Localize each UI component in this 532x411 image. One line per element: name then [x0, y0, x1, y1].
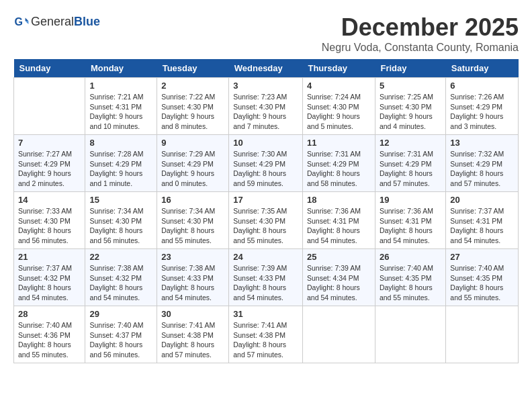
calendar-cell: 27Sunrise: 7:40 AMSunset: 4:35 PMDayligh…: [446, 249, 519, 306]
day-number: 25: [307, 252, 371, 262]
logo: G GeneralBlue: [13, 13, 100, 30]
calendar-week-row: 21Sunrise: 7:37 AMSunset: 4:32 PMDayligh…: [14, 249, 519, 306]
day-info: Sunrise: 7:40 AMSunset: 4:36 PMDaylight:…: [18, 320, 81, 360]
day-info: Sunrise: 7:41 AMSunset: 4:38 PMDaylight:…: [233, 320, 298, 360]
calendar-cell: [375, 306, 445, 363]
day-number: 8: [89, 138, 152, 148]
day-info: Sunrise: 7:31 AMSunset: 4:29 PMDaylight:…: [307, 149, 371, 189]
day-number: 7: [18, 138, 81, 148]
day-number: 15: [89, 195, 152, 205]
day-number: 19: [380, 195, 441, 205]
day-number: 30: [161, 309, 224, 319]
day-number: 22: [89, 252, 152, 262]
day-info: Sunrise: 7:26 AMSunset: 4:29 PMDaylight:…: [450, 92, 514, 132]
day-info: Sunrise: 7:34 AMSunset: 4:30 PMDaylight:…: [89, 206, 152, 246]
day-number: 11: [307, 138, 371, 148]
calendar-cell: 17Sunrise: 7:35 AMSunset: 4:30 PMDayligh…: [229, 192, 303, 249]
day-number: 3: [233, 81, 298, 91]
day-info: Sunrise: 7:27 AMSunset: 4:29 PMDaylight:…: [18, 149, 81, 189]
day-number: 2: [161, 81, 224, 91]
calendar-cell: 2Sunrise: 7:22 AMSunset: 4:30 PMDaylight…: [157, 78, 229, 135]
day-info: Sunrise: 7:35 AMSunset: 4:30 PMDaylight:…: [233, 206, 298, 246]
day-number: 12: [380, 138, 441, 148]
day-info: Sunrise: 7:21 AMSunset: 4:31 PMDaylight:…: [89, 92, 152, 132]
day-info: Sunrise: 7:23 AMSunset: 4:30 PMDaylight:…: [233, 92, 298, 132]
day-number: 5: [380, 81, 441, 91]
header-row: SundayMondayTuesdayWednesdayThursdayFrid…: [14, 59, 519, 78]
calendar-cell: 7Sunrise: 7:27 AMSunset: 4:29 PMDaylight…: [14, 135, 85, 192]
calendar-week-row: 14Sunrise: 7:33 AMSunset: 4:30 PMDayligh…: [14, 192, 519, 249]
calendar-cell: [446, 306, 519, 363]
day-number: 14: [18, 195, 81, 205]
day-info: Sunrise: 7:36 AMSunset: 4:31 PMDaylight:…: [380, 206, 441, 246]
column-header-thursday: Thursday: [302, 59, 375, 78]
day-number: 23: [161, 252, 224, 262]
calendar-cell: 21Sunrise: 7:37 AMSunset: 4:32 PMDayligh…: [14, 249, 85, 306]
svg-text:G: G: [15, 16, 23, 28]
calendar-cell: 5Sunrise: 7:25 AMSunset: 4:30 PMDaylight…: [375, 78, 445, 135]
calendar-cell: 6Sunrise: 7:26 AMSunset: 4:29 PMDaylight…: [446, 78, 519, 135]
calendar-cell: 4Sunrise: 7:24 AMSunset: 4:30 PMDaylight…: [302, 78, 375, 135]
day-info: Sunrise: 7:24 AMSunset: 4:30 PMDaylight:…: [307, 92, 371, 132]
day-info: Sunrise: 7:28 AMSunset: 4:29 PMDaylight:…: [89, 149, 152, 189]
day-number: 16: [161, 195, 224, 205]
day-number: 4: [307, 81, 371, 91]
column-header-sunday: Sunday: [14, 59, 85, 78]
day-number: 29: [89, 309, 152, 319]
calendar-cell: 18Sunrise: 7:36 AMSunset: 4:31 PMDayligh…: [302, 192, 375, 249]
day-info: Sunrise: 7:41 AMSunset: 4:38 PMDaylight:…: [161, 320, 224, 360]
day-info: Sunrise: 7:32 AMSunset: 4:29 PMDaylight:…: [450, 149, 514, 189]
calendar-cell: 16Sunrise: 7:34 AMSunset: 4:30 PMDayligh…: [157, 192, 229, 249]
calendar-cell: 15Sunrise: 7:34 AMSunset: 4:30 PMDayligh…: [85, 192, 157, 249]
day-info: Sunrise: 7:22 AMSunset: 4:30 PMDaylight:…: [161, 92, 224, 132]
column-header-wednesday: Wednesday: [229, 59, 303, 78]
calendar-cell: 25Sunrise: 7:39 AMSunset: 4:34 PMDayligh…: [302, 249, 375, 306]
day-number: 10: [233, 138, 298, 148]
calendar-cell: 12Sunrise: 7:31 AMSunset: 4:29 PMDayligh…: [375, 135, 445, 192]
day-info: Sunrise: 7:40 AMSunset: 4:37 PMDaylight:…: [89, 320, 152, 360]
day-info: Sunrise: 7:38 AMSunset: 4:33 PMDaylight:…: [161, 263, 224, 303]
logo-blue-text: Blue: [74, 15, 100, 28]
calendar-cell: 30Sunrise: 7:41 AMSunset: 4:38 PMDayligh…: [157, 306, 229, 363]
calendar-week-row: 28Sunrise: 7:40 AMSunset: 4:36 PMDayligh…: [14, 306, 519, 363]
calendar-cell: 1Sunrise: 7:21 AMSunset: 4:31 PMDaylight…: [85, 78, 157, 135]
calendar-cell: 26Sunrise: 7:40 AMSunset: 4:35 PMDayligh…: [375, 249, 445, 306]
calendar-cell: 23Sunrise: 7:38 AMSunset: 4:33 PMDayligh…: [157, 249, 229, 306]
title-block: December 2025 Negru Voda, Constanta Coun…: [322, 13, 519, 54]
day-info: Sunrise: 7:39 AMSunset: 4:33 PMDaylight:…: [233, 263, 298, 303]
day-number: 28: [18, 309, 81, 319]
logo-general-text: General: [31, 15, 74, 28]
day-info: Sunrise: 7:37 AMSunset: 4:31 PMDaylight:…: [450, 206, 514, 246]
day-info: Sunrise: 7:34 AMSunset: 4:30 PMDaylight:…: [161, 206, 224, 246]
day-info: Sunrise: 7:33 AMSunset: 4:30 PMDaylight:…: [18, 206, 81, 246]
column-header-friday: Friday: [375, 59, 445, 78]
calendar-cell: 20Sunrise: 7:37 AMSunset: 4:31 PMDayligh…: [446, 192, 519, 249]
calendar-week-row: 7Sunrise: 7:27 AMSunset: 4:29 PMDaylight…: [14, 135, 519, 192]
day-number: 20: [450, 195, 514, 205]
day-number: 1: [89, 81, 152, 91]
calendar-cell: 29Sunrise: 7:40 AMSunset: 4:37 PMDayligh…: [85, 306, 157, 363]
day-number: 27: [450, 252, 514, 262]
calendar-cell: 24Sunrise: 7:39 AMSunset: 4:33 PMDayligh…: [229, 249, 303, 306]
day-number: 6: [450, 81, 514, 91]
calendar-cell: 31Sunrise: 7:41 AMSunset: 4:38 PMDayligh…: [229, 306, 303, 363]
day-number: 31: [233, 309, 298, 319]
logo-icon: G: [13, 13, 30, 30]
day-number: 13: [450, 138, 514, 148]
calendar-cell: 28Sunrise: 7:40 AMSunset: 4:36 PMDayligh…: [14, 306, 85, 363]
column-header-tuesday: Tuesday: [157, 59, 229, 78]
calendar-cell: 19Sunrise: 7:36 AMSunset: 4:31 PMDayligh…: [375, 192, 445, 249]
column-header-saturday: Saturday: [446, 59, 519, 78]
day-info: Sunrise: 7:38 AMSunset: 4:32 PMDaylight:…: [89, 263, 152, 303]
calendar-cell: 13Sunrise: 7:32 AMSunset: 4:29 PMDayligh…: [446, 135, 519, 192]
column-header-monday: Monday: [85, 59, 157, 78]
svg-marker-1: [26, 17, 29, 21]
calendar-cell: 9Sunrise: 7:29 AMSunset: 4:29 PMDaylight…: [157, 135, 229, 192]
calendar-week-row: 1Sunrise: 7:21 AMSunset: 4:31 PMDaylight…: [14, 78, 519, 135]
calendar-table: SundayMondayTuesdayWednesdayThursdayFrid…: [13, 59, 519, 363]
page-header: G GeneralBlue December 2025 Negru Voda, …: [13, 13, 519, 54]
month-title: December 2025: [322, 13, 519, 42]
calendar-cell: [302, 306, 375, 363]
svg-marker-2: [26, 21, 29, 24]
calendar-cell: 22Sunrise: 7:38 AMSunset: 4:32 PMDayligh…: [85, 249, 157, 306]
